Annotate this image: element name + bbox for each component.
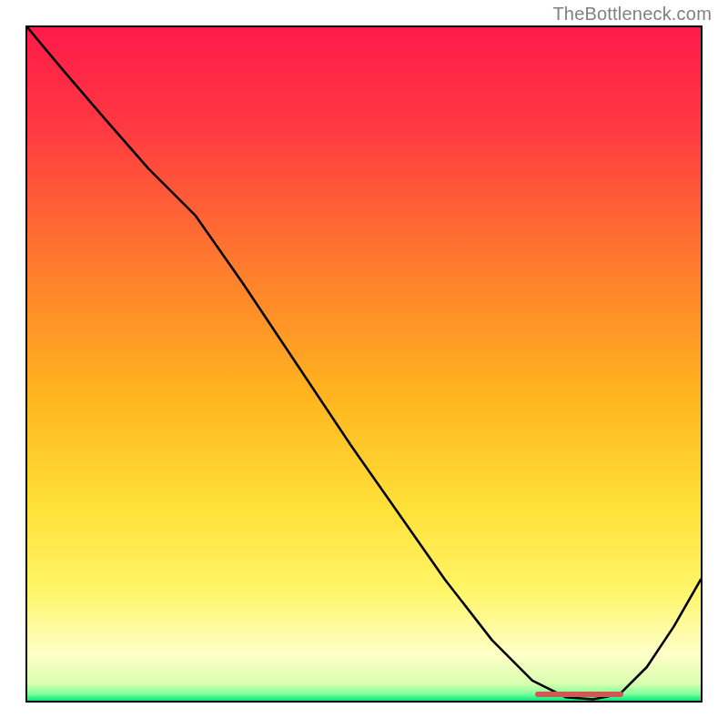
optimal-range-marker: [535, 692, 623, 697]
chart-plot-area: [25, 25, 703, 703]
watermark-text: TheBottleneck.com: [552, 4, 712, 25]
svg-rect-0: [27, 27, 701, 701]
chart-gradient-background: [27, 27, 701, 701]
